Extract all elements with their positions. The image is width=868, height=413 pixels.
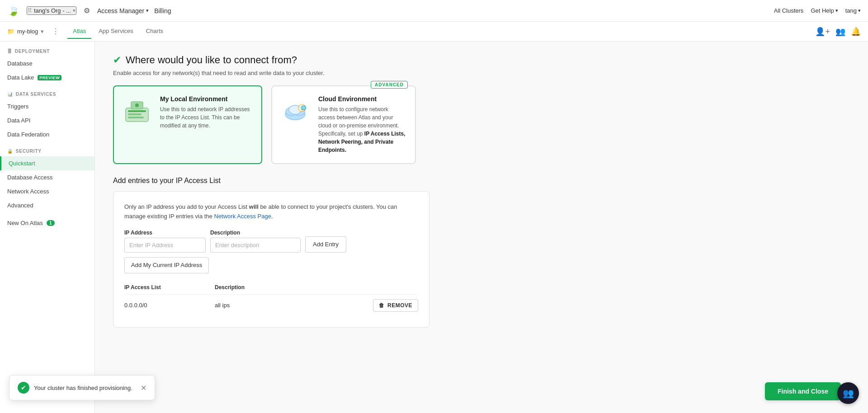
org-selector[interactable]: ⠿ tang's Org - ... ▾ bbox=[27, 6, 76, 15]
network-access-link[interactable]: Network Access Page bbox=[214, 213, 271, 220]
trash-icon: 🗑 bbox=[379, 302, 385, 309]
user-button[interactable]: tang ▾ bbox=[845, 7, 861, 14]
access-manager-dropdown-icon: ▾ bbox=[146, 8, 149, 14]
user-name: tang bbox=[845, 7, 857, 14]
tab-app-services[interactable]: App Services bbox=[93, 24, 139, 39]
nav-right: All Clusters Get Help ▾ tang ▾ bbox=[774, 7, 861, 14]
add-current-ip-button[interactable]: Add My Current IP Address bbox=[124, 257, 209, 273]
project-tabs: Atlas App Services Charts bbox=[67, 24, 169, 39]
cloud-env-desc-bold: IP Access Lists, Network Peering, and Pr… bbox=[318, 131, 406, 153]
local-env-title: My Local Environment bbox=[160, 95, 252, 103]
ip-address-group: IP Address bbox=[124, 230, 206, 253]
preview-badge: PREVIEW bbox=[38, 75, 61, 80]
sidebar-item-database-access[interactable]: Database Access bbox=[0, 170, 94, 184]
security-section-label: 🔒 SECURITY bbox=[0, 141, 94, 156]
sidebar: 🗄 DEPLOYMENT Database Data Lake PREVIEW … bbox=[0, 42, 95, 413]
sidebar-item-triggers[interactable]: Triggers bbox=[0, 99, 94, 113]
svg-point-5 bbox=[135, 103, 139, 107]
cloud-env-body: Cloud Environment Use this to configure … bbox=[318, 95, 406, 154]
add-entry-button[interactable]: Add Entry bbox=[305, 236, 346, 253]
remove-label: REMOVE bbox=[387, 302, 412, 309]
chat-widget-button[interactable]: 👥 bbox=[837, 382, 859, 404]
all-clusters-label: All Clusters bbox=[774, 7, 804, 14]
sidebar-item-new-on-atlas[interactable]: New On Atlas 1 bbox=[0, 216, 94, 230]
sidebar-item-data-federation[interactable]: Data Federation bbox=[0, 127, 94, 141]
tab-atlas[interactable]: Atlas bbox=[67, 24, 91, 39]
ip-access-list-table: IP Access List Description 0.0.0.0/0 all… bbox=[124, 284, 418, 316]
remove-ip-button[interactable]: 🗑 REMOVE bbox=[373, 299, 418, 312]
all-clusters-button[interactable]: All Clusters bbox=[774, 7, 804, 14]
top-nav: 🍃 ⠿ tang's Org - ... ▾ ⚙ Access Manager … bbox=[0, 0, 868, 22]
project-folder-icon: 📁 bbox=[7, 28, 14, 35]
ip-address-input[interactable] bbox=[124, 238, 206, 253]
finish-and-close-button[interactable]: Finish and Close bbox=[765, 382, 841, 400]
local-env-desc: Use this to add network IP addresses to … bbox=[160, 105, 252, 130]
ip-description-value: all ips bbox=[215, 302, 373, 309]
sidebar-item-advanced[interactable]: Advanced bbox=[0, 198, 94, 212]
new-on-atlas-badge: 1 bbox=[47, 220, 55, 226]
svg-rect-1 bbox=[128, 110, 146, 112]
table-row: 0.0.0.0/0 all ips 🗑 REMOVE bbox=[124, 294, 418, 316]
sidebar-item-data-lake[interactable]: Data Lake PREVIEW bbox=[0, 70, 94, 84]
project-selector[interactable]: 📁 my-blog ▾ bbox=[7, 28, 44, 35]
ip-desc-col-header: Description bbox=[215, 284, 418, 291]
ip-access-box: Only an IP address you add to your Acces… bbox=[113, 191, 429, 328]
org-grid-icon: ⠿ bbox=[28, 7, 32, 14]
org-dropdown-icon: ▾ bbox=[73, 8, 75, 14]
cloud-env-image: 🌐 bbox=[279, 95, 311, 127]
project-dropdown-icon: ▾ bbox=[41, 28, 44, 35]
proj-right: 👤+ 👥 🔔 bbox=[815, 27, 861, 37]
local-env-body: My Local Environment Use this to add net… bbox=[160, 95, 252, 154]
local-env-svg bbox=[121, 95, 153, 127]
description-input[interactable] bbox=[210, 238, 301, 253]
env-card-cloud[interactable]: ADVANCED 🌐 Cloud Environment Use this to bbox=[271, 85, 416, 164]
ip-list-col-header: IP Access List bbox=[124, 284, 215, 291]
billing-button[interactable]: Billing bbox=[154, 7, 171, 14]
deployment-section-label: 🗄 DEPLOYMENT bbox=[0, 42, 94, 56]
lock-icon: 🔒 bbox=[7, 149, 13, 154]
check-circle-icon: ✔ bbox=[113, 54, 121, 66]
cloud-env-svg: 🌐 bbox=[279, 95, 311, 127]
access-manager-button[interactable]: Access Manager ▾ bbox=[97, 7, 149, 14]
ip-address-label: IP Address bbox=[124, 230, 206, 236]
project-menu-button[interactable]: ⋮ bbox=[51, 26, 60, 37]
data-services-icon: 📊 bbox=[7, 92, 13, 97]
user-plus-icon-button[interactable]: 👤+ bbox=[815, 27, 830, 37]
access-manager-label: Access Manager bbox=[97, 7, 144, 14]
cloud-env-badge: ADVANCED bbox=[371, 81, 408, 89]
page-title-row: ✔ Where would you like to connect from? bbox=[113, 54, 850, 66]
team-icon-button[interactable]: 👥 bbox=[835, 27, 845, 37]
toast-check-icon: ✔ bbox=[18, 382, 29, 394]
sidebar-item-network-access[interactable]: Network Access bbox=[0, 184, 94, 198]
sidebar-item-quickstart[interactable]: Quickstart bbox=[0, 156, 94, 170]
get-help-dropdown-icon: ▾ bbox=[835, 8, 838, 14]
env-card-local[interactable]: My Local Environment Use this to add net… bbox=[113, 85, 262, 164]
local-env-image bbox=[121, 95, 153, 127]
cloud-env-title: Cloud Environment bbox=[318, 95, 406, 103]
billing-label: Billing bbox=[154, 7, 171, 14]
mongodb-logo: 🍃 bbox=[7, 5, 19, 17]
description-group: Description bbox=[210, 230, 301, 253]
sidebar-item-database[interactable]: Database bbox=[0, 56, 94, 70]
svg-rect-2 bbox=[128, 113, 142, 115]
chat-icon: 👥 bbox=[843, 388, 854, 399]
data-services-section-label: 📊 DATA SERVICES bbox=[0, 84, 94, 99]
env-cards: My Local Environment Use this to add net… bbox=[113, 85, 850, 164]
svg-rect-3 bbox=[128, 117, 144, 118]
ip-value: 0.0.0.0/0 bbox=[124, 302, 215, 309]
sidebar-item-data-api[interactable]: Data API bbox=[0, 113, 94, 127]
tab-charts[interactable]: Charts bbox=[141, 24, 169, 39]
get-help-button[interactable]: Get Help ▾ bbox=[811, 7, 838, 14]
gear-button[interactable]: ⚙ bbox=[82, 5, 92, 17]
gear-icon: ⚙ bbox=[84, 7, 90, 14]
get-help-label: Get Help bbox=[811, 7, 834, 14]
toast-text: Your cluster has finished provisioning. bbox=[34, 385, 132, 391]
project-name: my-blog bbox=[17, 28, 38, 35]
user-plus-icon: 👤+ bbox=[815, 27, 830, 36]
ip-section-title: Add entries to your IP Access List bbox=[113, 177, 850, 185]
toast-close-button[interactable]: ✕ bbox=[141, 384, 146, 392]
description-label: Description bbox=[210, 230, 301, 236]
page-title: Where would you like to connect from? bbox=[126, 54, 297, 66]
toast-notification: ✔ Your cluster has finished provisioning… bbox=[9, 375, 155, 400]
bell-icon-button[interactable]: 🔔 bbox=[851, 27, 861, 37]
